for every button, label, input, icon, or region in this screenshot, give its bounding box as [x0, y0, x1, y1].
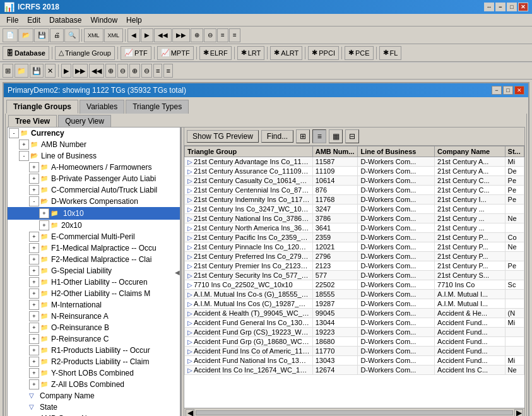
- menu-edit[interactable]: Edit: [23, 15, 44, 25]
- tree-item[interactable]: +📁R1-Products Liability -- Occur: [8, 345, 180, 356]
- tree-item[interactable]: +📁A-Homeowners / Farmowners: [8, 162, 180, 173]
- tree-expand-plus[interactable]: +: [39, 220, 49, 230]
- tree-expand-plus[interactable]: +: [29, 323, 39, 333]
- tree-item[interactable]: ▽State: [8, 401, 180, 413]
- t3-btn1[interactable]: ⊞: [3, 64, 13, 78]
- app-maximize-btn[interactable]: □: [507, 3, 517, 11]
- grid-view-btn3[interactable]: ▦: [329, 129, 343, 143]
- tree-item[interactable]: ▽AMB Group Name: [8, 413, 180, 416]
- window-close-btn[interactable]: ✕: [514, 86, 524, 95]
- toolbar2-elrf-btn[interactable]: ✱ ELRF: [199, 46, 232, 60]
- splitter-arrow[interactable]: ◀: [175, 269, 180, 276]
- tree-item[interactable]: +📁F2-Medical Malpractice -- Clai: [8, 254, 180, 265]
- toolbar2-ppci-btn[interactable]: ✱ PPCI: [308, 46, 339, 60]
- tab-tree-view[interactable]: Tree View: [8, 115, 57, 127]
- toolbar-icon3[interactable]: ◀◀: [154, 28, 172, 42]
- tree-item[interactable]: +📁Y-Short LOBs Combined: [8, 367, 180, 379]
- t3-btn10[interactable]: ⊕: [129, 64, 140, 78]
- table-row[interactable]: ▷21st Century Security Ins Co_577_WC_10.…: [185, 271, 524, 280]
- app-close-btn[interactable]: ✕: [518, 3, 528, 11]
- col-header-lob[interactable]: Line of Business: [358, 146, 435, 157]
- toolbar2-fl-btn[interactable]: ✱ FL: [379, 46, 402, 60]
- table-row[interactable]: ▷Accident & Health (T)_99045_WC_10x10 99…: [185, 309, 524, 318]
- t3-btn4[interactable]: ✕: [45, 64, 56, 78]
- table-row[interactable]: ▷21st Century Preferred Ins Co_2796_WC_.…: [185, 252, 524, 261]
- toolbar2-alrt-btn[interactable]: ✱ ALRT: [270, 46, 302, 60]
- menu-help[interactable]: Help: [122, 15, 146, 25]
- hscroll-right-btn[interactable]: ▶: [514, 409, 523, 417]
- col-header-tg[interactable]: Triangle Group: [185, 146, 313, 157]
- t3-btn11[interactable]: ⊖: [141, 64, 152, 78]
- tree-item[interactable]: -📁Currency: [8, 128, 180, 139]
- table-row[interactable]: ▷21st Century National Ins Co_3786_WC_..…: [185, 214, 524, 223]
- table-row[interactable]: ▷21st Century Centennial Ins Co_876_WC_.…: [185, 186, 524, 195]
- window-controls[interactable]: − □ ✕: [492, 86, 524, 95]
- tree-expand-plus[interactable]: +: [39, 208, 49, 218]
- t3-btn5[interactable]: ▶: [61, 64, 71, 78]
- tree-expand-plus[interactable]: +: [29, 243, 39, 253]
- col-header-state[interactable]: St...: [505, 146, 524, 157]
- tree-expand-plus[interactable]: +: [29, 345, 39, 355]
- tab-variables[interactable]: Variables: [80, 100, 124, 114]
- hscroll-bar[interactable]: ◀ ▶: [184, 408, 524, 416]
- tree-item[interactable]: +📁R2-Products Liability -- Claim: [8, 356, 180, 367]
- t3-btn6[interactable]: ▶▶: [73, 64, 88, 78]
- table-row[interactable]: ▷Accident Fund Grp (G)_18680_WC_10x10 18…: [185, 337, 524, 347]
- tree-expand-plus[interactable]: +: [29, 174, 39, 184]
- tree-expand-minus[interactable]: -: [9, 128, 19, 138]
- table-row[interactable]: ▷Accident Fund General Ins Co_13044_W...…: [185, 318, 524, 328]
- hscroll-left-btn[interactable]: ◀: [186, 409, 194, 417]
- table-row[interactable]: ▷21st Century Pinnacle Ins Co_12021_WC_.…: [185, 242, 524, 252]
- table-row[interactable]: ▷Accident Ins Co Inc_12674_WC_10x10 1267…: [185, 365, 524, 375]
- menu-database[interactable]: Database: [45, 15, 85, 25]
- t3-btn2[interactable]: 📁: [15, 64, 28, 78]
- tree-item[interactable]: +📁E-Commercial Multi-Peril: [8, 231, 180, 242]
- tree-item[interactable]: +📁N-Reinsurance A: [8, 311, 180, 322]
- t3-btn9[interactable]: ⊖: [117, 64, 128, 78]
- toolbar2-database-btn[interactable]: 🗄 Database: [3, 46, 49, 60]
- toolbar-new-btn[interactable]: 📄: [3, 28, 18, 42]
- t3-btn3[interactable]: 💾: [30, 64, 44, 78]
- tree-item[interactable]: +📁Z-All LOBs Combined: [8, 379, 180, 390]
- tree-expand-plus[interactable]: +: [29, 162, 39, 172]
- tree-expand-minus[interactable]: -: [29, 196, 39, 206]
- tree-item[interactable]: +📁H2-Other Liability -- Claims M: [8, 288, 180, 299]
- tree-item[interactable]: +📁P-Reinsurance C: [8, 333, 180, 345]
- window-minimize-btn[interactable]: −: [492, 86, 502, 95]
- col-header-company[interactable]: Company Name: [435, 146, 505, 157]
- col-header-amb[interactable]: AMB Num...: [312, 146, 358, 157]
- toolbar-icon6[interactable]: ⊖: [204, 28, 216, 42]
- tree-expand-plus[interactable]: +: [29, 277, 39, 287]
- tree-expand-plus[interactable]: +: [29, 334, 39, 344]
- tree-expand-plus[interactable]: +: [29, 300, 39, 310]
- tree-item[interactable]: +📁10x10: [8, 207, 180, 220]
- t3-btn12[interactable]: ≡: [153, 64, 162, 78]
- tree-item[interactable]: -📂Line of Business: [8, 150, 180, 162]
- tree-expand-plus[interactable]: +: [29, 311, 39, 321]
- tab-query-view[interactable]: Query View: [58, 115, 111, 127]
- tree-item[interactable]: +📁M-International: [8, 299, 180, 311]
- tree-expand-plus[interactable]: +: [29, 368, 39, 378]
- table-row[interactable]: ▷21st Century Indemnity Ins Co_11768_W..…: [185, 195, 524, 205]
- tree-item[interactable]: +📁G-Special Liability: [8, 265, 180, 276]
- table-row[interactable]: ▷21st Century Assurance Co_11109_WC_... …: [185, 167, 524, 176]
- toolbar-icon4[interactable]: ▶▶: [172, 28, 190, 42]
- tab-triangle-groups[interactable]: Triangle Groups: [6, 100, 78, 114]
- tree-item[interactable]: +📁AMB Number: [8, 139, 180, 150]
- toolbar-save-btn[interactable]: 💾: [34, 28, 49, 42]
- tab-triangle-types[interactable]: Triangle Types: [126, 100, 189, 114]
- table-row[interactable]: ▷21st Century Ins Co_3247_WC_10x10 3247 …: [185, 205, 524, 214]
- table-row[interactable]: ▷21st Century Advantage Ins Co_11587_...…: [185, 157, 524, 167]
- tree-item[interactable]: +📁C-Commercial Auto/Truck Liabil: [8, 184, 180, 196]
- menu-file[interactable]: File: [3, 15, 22, 25]
- toolbar2-pce-btn[interactable]: ✱ PCE: [345, 46, 374, 60]
- table-row[interactable]: ▷Accident Fund Ins Co of Americ_11770_..…: [185, 347, 524, 356]
- toolbar-print-btn[interactable]: 🖨: [50, 28, 64, 42]
- toolbar2-mptf-btn[interactable]: 📈 MPTF: [157, 46, 194, 60]
- app-window-controls[interactable]: ↔ − □ ✕: [484, 3, 528, 11]
- grid-view-btn2[interactable]: ≡: [312, 129, 326, 143]
- t3-btn7[interactable]: ◀◀: [89, 64, 104, 78]
- table-row[interactable]: ▷Accident Fund Grp (CS)_19223_WC_10x10 1…: [185, 328, 524, 337]
- toolbar-xml-btn[interactable]: XML: [84, 28, 103, 42]
- tree-item[interactable]: +📁20x10: [8, 220, 180, 231]
